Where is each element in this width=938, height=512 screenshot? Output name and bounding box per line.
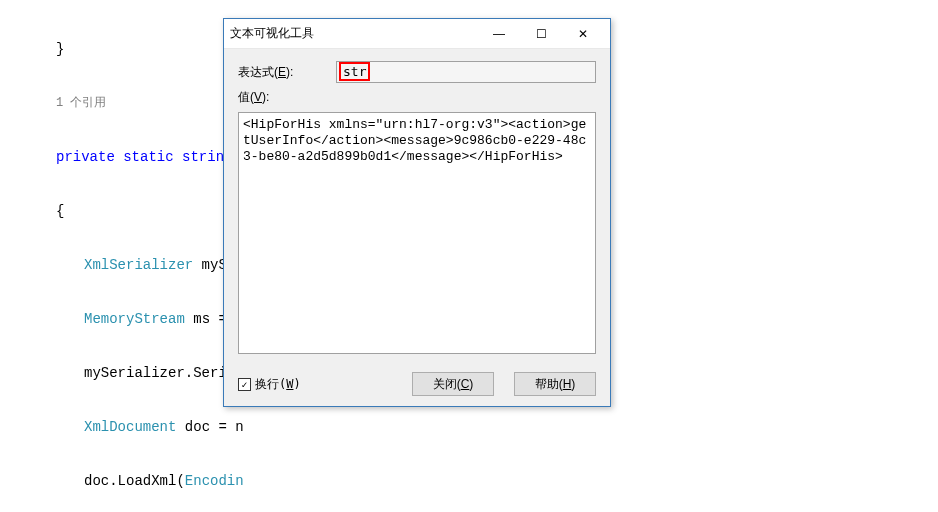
close-button[interactable]: 关闭(C): [412, 372, 494, 396]
expression-input[interactable]: str: [336, 61, 596, 83]
titlebar[interactable]: 文本可视化工具 — ☐ ✕: [224, 19, 610, 49]
minimize-button[interactable]: —: [478, 20, 520, 48]
wrap-checkbox[interactable]: ✓ 换行(W): [238, 376, 392, 393]
checkbox-icon: ✓: [238, 378, 251, 391]
value-label: 值(V):: [238, 89, 328, 106]
dialog-title: 文本可视化工具: [230, 25, 478, 42]
expression-label: 表达式(E):: [238, 64, 328, 81]
value-textarea[interactable]: <HipForHis xmlns="urn:hl7-org:v3"><actio…: [238, 112, 596, 354]
maximize-button[interactable]: ☐: [520, 20, 562, 48]
text-visualizer-dialog: 文本可视化工具 — ☐ ✕ 表达式(E): str 值(V): <HipForH…: [223, 18, 611, 407]
close-icon[interactable]: ✕: [562, 20, 604, 48]
help-button[interactable]: 帮助(H): [514, 372, 596, 396]
